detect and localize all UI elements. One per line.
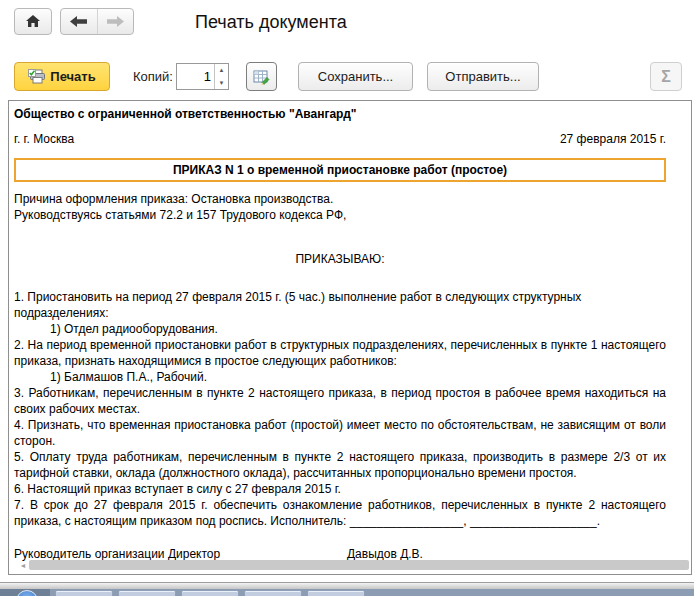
taskbar-button[interactable]: [55, 590, 113, 596]
doc-body-items: 1. Приостановить на период 27 февраля 20…: [14, 289, 666, 529]
order-directive: ПРИКАЗЫВАЮ:: [14, 251, 666, 267]
save-button[interactable]: Сохранить...: [298, 62, 413, 91]
document-date: 27 февраля 2015 г.: [560, 132, 666, 146]
sum-button[interactable]: Σ: [650, 62, 682, 91]
taskbar-button[interactable]: [118, 590, 176, 596]
taskbar-button[interactable]: [307, 590, 365, 596]
taskbar-start-zone[interactable]: [0, 589, 50, 596]
copies-stepper: ▲ ▼: [176, 63, 229, 90]
printer-check-icon: [28, 69, 45, 84]
taskbar-button[interactable]: [181, 590, 239, 596]
taskbar-button[interactable]: [244, 590, 302, 596]
city-date-row: г. г. Москва 27 февраля 2015 г.: [14, 132, 666, 146]
arrow-right-icon: [107, 16, 124, 27]
document-city: г. г. Москва: [14, 132, 74, 146]
home-icon: [26, 15, 40, 28]
order-reason: Причина оформления приказа: Остановка пр…: [14, 191, 666, 207]
copies-input[interactable]: [177, 64, 214, 89]
spin-up-button[interactable]: ▲: [215, 64, 228, 77]
order-subitem: 1) Балмашов П.А., Рабочий.: [14, 369, 666, 385]
document-preview: Общество с ограниченной ответственностью…: [8, 100, 692, 575]
toolbar: Печать Копий: ▲ ▼: [0, 62, 694, 92]
table-settings-button[interactable]: [246, 62, 277, 91]
scrollbar-thumb[interactable]: [29, 560, 689, 570]
order-paragraph: 3. Работникам, перечисленным в пункте 2 …: [14, 385, 666, 417]
copies-label: Копий:: [133, 62, 173, 91]
start-orb-icon: [16, 590, 38, 596]
company-name: Общество с ограниченной ответственностью…: [14, 107, 666, 121]
copies-spin-buttons: ▲ ▼: [214, 64, 228, 89]
back-button[interactable]: [61, 9, 97, 34]
forward-button[interactable]: [97, 9, 134, 34]
window-bottom-edge: [0, 582, 694, 589]
table-edit-icon: [253, 69, 270, 85]
send-button[interactable]: Отправить...: [427, 62, 539, 91]
print-button[interactable]: Печать: [14, 62, 110, 91]
order-basis: Руководствуясь статьями 72.2 и 157 Трудо…: [14, 207, 666, 223]
home-button[interactable]: [14, 8, 52, 35]
document-content: Общество с ограниченной ответственностью…: [14, 101, 666, 562]
scroll-left-icon[interactable]: ◄: [17, 562, 29, 569]
order-paragraph: 5. Оплату труда работникам, перечисленны…: [14, 449, 666, 481]
order-paragraph: 1. Приостановить на период 27 февраля 20…: [14, 289, 666, 321]
arrow-left-icon: [70, 16, 87, 27]
history-nav-group: [60, 8, 134, 35]
horizontal-scrollbar: ◄: [17, 559, 689, 571]
os-taskbar: [0, 589, 694, 596]
page-title: Печать документа: [195, 12, 347, 33]
print-document-window: Печать документа Печать Копий: ▲ ▼: [0, 0, 694, 596]
order-paragraph: 4. Признать, что временная приостановка …: [14, 417, 666, 449]
order-subitem: 1) Отдел радиооборудования.: [14, 321, 666, 337]
order-paragraph: 6. Настоящий приказ вступает в силу с 27…: [14, 481, 666, 497]
print-button-label: Печать: [50, 69, 95, 84]
order-title: ПРИКАЗ N 1 о временной приостановке рабо…: [14, 158, 666, 182]
spin-down-button[interactable]: ▼: [215, 77, 228, 90]
order-paragraph: 7. В срок до 27 февраля 2015 г. обеспечи…: [14, 497, 666, 529]
order-paragraph: 2. На период временной приостановки рабо…: [14, 337, 666, 369]
